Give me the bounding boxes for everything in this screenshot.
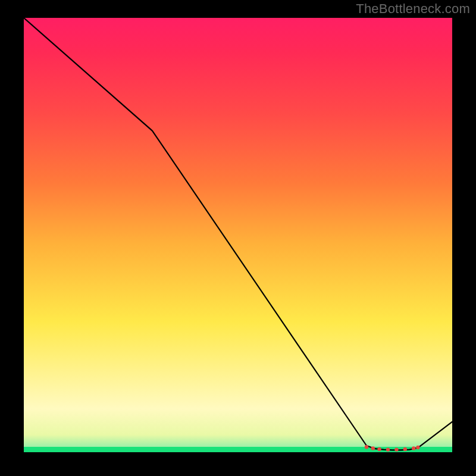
marker-dot [394, 447, 398, 451]
marker-dot [403, 447, 407, 451]
marker-dot [377, 447, 381, 451]
marker-dot [371, 446, 375, 450]
marker-dot [412, 446, 415, 450]
chart-frame: TheBottleneck.com [0, 0, 476, 476]
marker-dot [416, 446, 419, 449]
watermark-text: TheBottleneck.com [356, 1, 470, 17]
plot-area [24, 18, 452, 452]
marker-dot [386, 447, 390, 451]
marker-dot [365, 445, 368, 449]
flat-region-markers [24, 18, 452, 452]
